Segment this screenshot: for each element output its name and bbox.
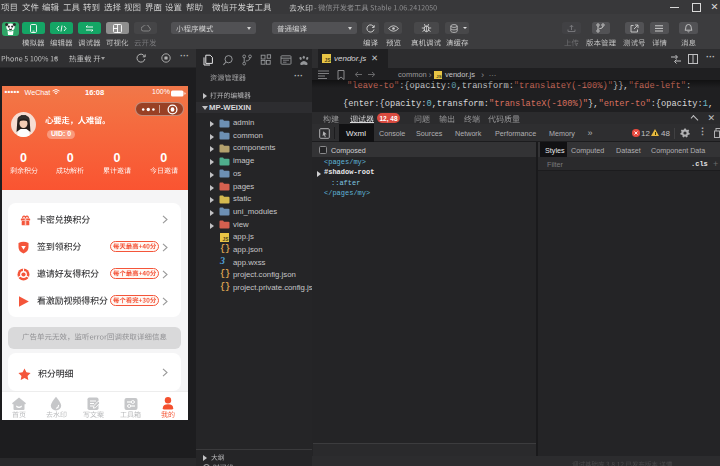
svg-text:JS: JS <box>325 58 331 63</box>
svg-text:JS: JS <box>436 74 441 79</box>
svg-text:JS: JS <box>223 237 229 242</box>
